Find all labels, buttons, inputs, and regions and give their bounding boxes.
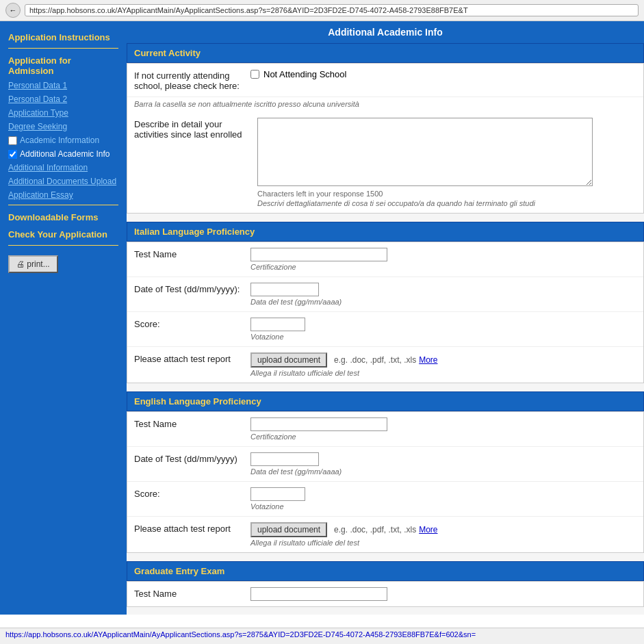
english-attach-field: upload document e.g. .doc, .pdf, .txt, .…	[250, 522, 636, 547]
sidebar-item-check-your-app[interactable]: Check Your Application	[0, 225, 127, 242]
italian-date-hint: Data del test (gg/mm/aaaa)	[250, 298, 636, 306]
italian-proficiency-section: Italian Language Proficiency Test Name C…	[127, 222, 644, 383]
italian-more-link[interactable]: More	[419, 355, 437, 365]
italian-upload-button[interactable]: upload document	[250, 352, 327, 368]
current-activity-section: Current Activity If not currently attend…	[127, 43, 644, 214]
english-test-name-label: Test Name	[134, 417, 250, 429]
back-button[interactable]: ←	[5, 3, 21, 18]
sidebar-item-application-essay[interactable]: Application Essay	[0, 188, 127, 202]
english-proficiency-header: English Language Proficiency	[127, 391, 644, 411]
italian-proficiency-header: Italian Language Proficiency	[127, 222, 644, 242]
english-score-label: Score:	[134, 487, 250, 499]
english-attach-label: Please attach test report	[134, 522, 250, 534]
italian-date-label: Date of Test (dd/mm/yyyy):	[134, 283, 250, 294]
additional-academic-info-checkbox[interactable]	[8, 150, 17, 159]
english-proficiency-form: Test Name Certificazione Date of Test (d…	[127, 411, 644, 553]
sidebar-item-additional-information[interactable]: Additional Information	[0, 161, 127, 175]
sidebar-divider-2	[8, 205, 118, 205]
sidebar-item-degree-seeking[interactable]: Degree Seeking	[0, 120, 127, 133]
not-attending-checkbox-label: Not Attending School	[263, 69, 346, 79]
graduate-entry-header: Graduate Entry Exam	[127, 561, 644, 581]
sidebar-item-application-type[interactable]: Application Type	[0, 106, 127, 120]
italian-attach-hint: Allega il risultato ufficiale del test	[250, 369, 636, 377]
italian-upload-hint: e.g. .doc, .pdf, .txt, .xls	[334, 355, 416, 365]
english-upload-button[interactable]: upload document	[250, 522, 327, 537]
app-layout: Application Instructions Application for…	[0, 21, 644, 615]
graduate-test-name-field	[250, 587, 636, 601]
italian-score-hint: Votazione	[250, 333, 636, 341]
sidebar-item-personal-data-1[interactable]: Personal Data 1	[0, 79, 127, 92]
graduate-test-name-row: Test Name	[127, 582, 643, 606]
not-attending-hint: Barra la casella se non attualmente iscr…	[127, 97, 643, 112]
english-score-hint: Votazione	[250, 502, 636, 511]
english-date-row: Date of Test (dd/mm/yyyy) Data del test …	[127, 447, 643, 482]
english-score-row: Score: Votazione	[127, 482, 643, 517]
italian-test-name-input[interactable]	[250, 248, 387, 261]
italian-attach-row: Please attach test report upload documen…	[127, 347, 643, 383]
sidebar-divider-1	[8, 48, 118, 49]
english-score-input[interactable]	[250, 487, 305, 501]
main-content: Additional Academic Info Current Activit…	[127, 21, 644, 615]
graduate-entry-section: Graduate Entry Exam Test Name	[127, 561, 644, 607]
describe-label: Describe in detail your activities since…	[134, 118, 250, 140]
describe-field: Characters left in your response 1500 De…	[257, 118, 593, 207]
graduate-test-name-input[interactable]	[250, 587, 387, 601]
sidebar-item-downloadable-forms[interactable]: Downloadable Forms	[0, 208, 127, 225]
graduate-entry-form: Test Name	[127, 581, 644, 607]
english-test-name-hint: Certificazione	[250, 433, 636, 441]
italian-test-name-label: Test Name	[134, 248, 250, 259]
english-date-input[interactable]	[250, 452, 319, 466]
english-date-hint: Data del test (gg/mm/aaaa)	[250, 467, 636, 476]
english-attach-hint: Allega il risultato ufficiale del test	[250, 539, 636, 547]
italian-date-input[interactable]	[250, 283, 319, 296]
italian-score-row: Score: Votazione	[127, 312, 643, 347]
english-more-link[interactable]: More	[419, 525, 437, 534]
english-date-field: Data del test (gg/mm/aaaa)	[250, 452, 636, 476]
graduate-test-name-label: Test Name	[134, 587, 250, 599]
italian-attach-label: Please attach test report	[134, 352, 250, 364]
sidebar-item-academic-information[interactable]: Academic Information	[0, 133, 127, 147]
english-upload-hint: e.g. .doc, .pdf, .txt, .xls	[334, 525, 416, 534]
italian-score-field: Votazione	[250, 318, 636, 341]
not-attending-checkbox-row: Not Attending School	[250, 69, 636, 79]
italian-test-name-row: Test Name Certificazione	[127, 242, 643, 277]
english-test-name-input[interactable]	[250, 417, 387, 431]
describe-activities-row: Describe in detail your activities since…	[127, 112, 643, 213]
english-score-field: Votazione	[250, 487, 636, 511]
not-attending-row: If not currently attending school, pleas…	[127, 64, 643, 97]
sidebar-item-additional-documents[interactable]: Additional Documents Upload	[0, 175, 127, 188]
italian-proficiency-form: Test Name Certificazione Date of Test (d…	[127, 242, 644, 383]
sidebar: Application Instructions Application for…	[0, 21, 127, 615]
academic-info-checkbox[interactable]	[8, 136, 17, 145]
english-attach-row: Please attach test report upload documen…	[127, 517, 643, 552]
italian-attach-field: upload document e.g. .doc, .pdf, .txt, .…	[250, 352, 636, 377]
english-proficiency-section: English Language Proficiency Test Name C…	[127, 391, 644, 553]
not-attending-checkbox[interactable]	[250, 70, 259, 79]
sidebar-divider-3	[8, 245, 118, 246]
italian-date-row: Date of Test (dd/mm/yyyy): Data del test…	[127, 277, 643, 312]
italian-score-label: Score:	[134, 318, 250, 329]
italian-date-field: Data del test (gg/mm/aaaa)	[250, 283, 636, 306]
italian-test-name-hint: Certificazione	[250, 263, 636, 271]
english-date-label: Date of Test (dd/mm/yyyy)	[134, 452, 250, 464]
browser-bar: ← https://app.hobsons.co.uk/AYApplicantM…	[0, 0, 644, 21]
not-attending-field: Not Attending School	[250, 69, 636, 79]
sidebar-item-app-for-admission[interactable]: Application for Admission	[0, 51, 127, 79]
sidebar-item-app-instructions[interactable]: Application Instructions	[0, 28, 127, 45]
char-count: Characters left in your response 1500	[257, 190, 593, 198]
english-test-name-row: Test Name Certificazione	[127, 412, 643, 447]
english-test-name-field: Certificazione	[250, 417, 636, 441]
url-bar[interactable]: https://app.hobsons.co.uk/AYApplicantMai…	[25, 4, 639, 16]
current-activity-header: Current Activity	[127, 43, 644, 63]
italian-score-input[interactable]	[250, 318, 305, 331]
current-activity-form: If not currently attending school, pleas…	[127, 63, 644, 214]
describe-textarea[interactable]	[257, 118, 593, 186]
italian-test-name-field: Certificazione	[250, 248, 636, 271]
sidebar-item-additional-academic-info[interactable]: Additional Academic Info	[0, 147, 127, 161]
describe-hint: Descrivi dettagliatamente di cosa ti sei…	[257, 199, 593, 207]
not-attending-label: If not currently attending school, pleas…	[134, 69, 250, 91]
print-button[interactable]: 🖨 print...	[8, 255, 58, 273]
sidebar-item-personal-data-2[interactable]: Personal Data 2	[0, 92, 127, 106]
page-title: Additional Academic Info	[127, 21, 644, 43]
